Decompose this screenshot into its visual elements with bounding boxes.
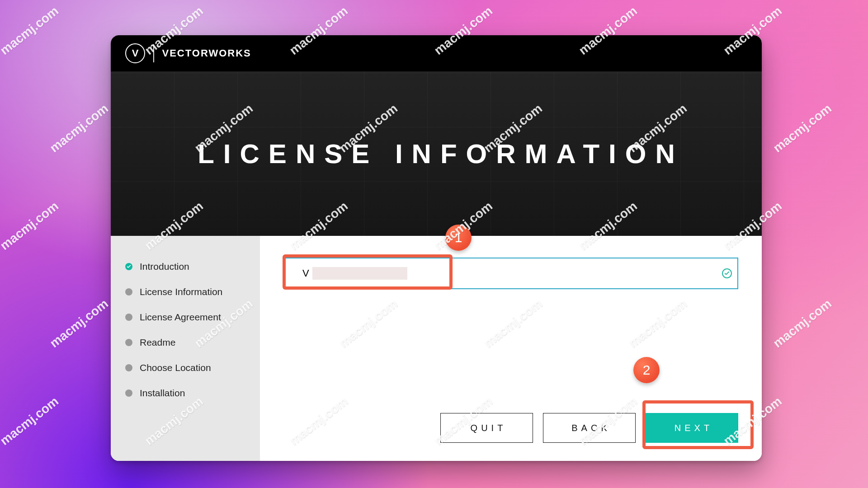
redacted-segment xyxy=(312,267,407,280)
watermark-text: macmj.com xyxy=(770,101,834,155)
dot-icon xyxy=(125,389,132,397)
content-body: Introduction License Information License… xyxy=(111,236,762,461)
steps-sidebar: Introduction License Information License… xyxy=(111,236,260,461)
watermark-text: macmj.com xyxy=(0,394,61,448)
watermark-text: macmj.com xyxy=(0,199,61,253)
desktop-wallpaper: macmj.commacmj.commacmj.commacmj.commacm… xyxy=(0,0,868,488)
page-title: LICENSE INFORMATION xyxy=(189,138,684,169)
main-panel: QUIT BACK NEXT xyxy=(260,236,762,461)
vectorworks-logo-icon: V xyxy=(125,43,145,63)
dot-icon xyxy=(125,288,132,296)
dot-icon xyxy=(125,314,132,321)
watermark-text: macmj.com xyxy=(47,296,111,351)
installer-window: V VECTORWORKS LICENSE INFORMATION Introd… xyxy=(111,35,762,461)
dot-icon xyxy=(125,364,132,371)
step-label: Readme xyxy=(140,337,175,348)
quit-button[interactable]: QUIT xyxy=(440,413,533,443)
valid-check-icon xyxy=(722,268,732,278)
step-label: License Information xyxy=(140,286,222,297)
step-label: Choose Location xyxy=(140,362,211,373)
step-license-information[interactable]: License Information xyxy=(123,279,247,305)
dot-icon xyxy=(125,339,132,346)
footer-actions: QUIT BACK NEXT xyxy=(440,413,738,443)
next-button[interactable]: NEXT xyxy=(646,413,738,443)
step-installation[interactable]: Installation xyxy=(123,380,247,406)
step-label: Installation xyxy=(140,388,185,399)
annotation-number: 2 xyxy=(643,362,651,378)
annotation-badge-2: 2 xyxy=(633,357,660,383)
annotation-badge-1: 1 xyxy=(445,225,472,251)
divider xyxy=(153,44,154,62)
step-label: Introduction xyxy=(140,261,189,272)
step-introduction[interactable]: Introduction xyxy=(123,254,247,279)
step-license-agreement[interactable]: License Agreement xyxy=(123,305,247,330)
back-button[interactable]: BACK xyxy=(543,413,636,443)
brand-name: VECTORWORKS xyxy=(162,47,251,59)
watermark-text: macmj.com xyxy=(0,4,61,58)
titlebar: V VECTORWORKS xyxy=(111,35,762,71)
step-label: License Agreement xyxy=(140,312,221,323)
step-readme[interactable]: Readme xyxy=(123,330,247,355)
annotation-number: 1 xyxy=(455,230,462,245)
hero-banner: LICENSE INFORMATION xyxy=(111,71,762,236)
brand-logo: V VECTORWORKS xyxy=(125,43,251,63)
check-icon xyxy=(125,263,132,270)
serial-field-wrap xyxy=(283,258,738,289)
step-choose-location[interactable]: Choose Location xyxy=(123,355,247,380)
watermark-text: macmj.com xyxy=(770,296,834,351)
watermark-text: macmj.com xyxy=(47,101,111,155)
logo-letter: V xyxy=(132,47,139,59)
